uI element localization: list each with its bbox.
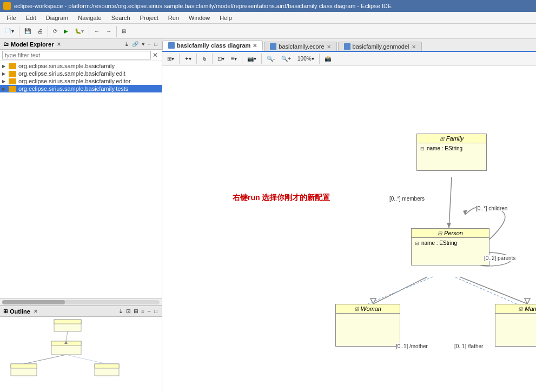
diagram-btn-2[interactable]: ✦▾ bbox=[182, 54, 194, 63]
svg-rect-1 bbox=[54, 320, 81, 324]
tab-0[interactable]: basicfamily class diagram ✕ bbox=[162, 41, 263, 51]
tab-close-1[interactable]: ✕ bbox=[327, 44, 331, 50]
search-filter-row: ✕ bbox=[0, 50, 162, 61]
diagram-btn-3[interactable]: 🖱 bbox=[199, 54, 210, 63]
diagram-btn-1[interactable]: ⊞▾ bbox=[164, 54, 177, 63]
menu-window[interactable]: Window bbox=[184, 14, 214, 22]
left-scrollbar[interactable] bbox=[0, 298, 162, 305]
menu-diagram[interactable]: Diagram bbox=[42, 14, 73, 22]
collapse-all-btn[interactable]: ⤓ bbox=[123, 41, 130, 48]
dsep1 bbox=[179, 54, 180, 64]
link-editor-btn[interactable]: 🔗 bbox=[131, 41, 140, 48]
toolbar-print[interactable]: 🖨 bbox=[35, 26, 45, 36]
right-panel: basicfamily class diagram ✕ basicfamily.… bbox=[162, 39, 536, 392]
class-person[interactable]: ⊟ Person ⊟ name : EString bbox=[411, 228, 489, 265]
model-explorer: 🗂 Model Explorer ✕ ⤓ 🔗 ▾ − □ ✕ ▶ bbox=[0, 39, 162, 305]
folder-icon-3 bbox=[9, 86, 16, 92]
tab-2[interactable]: basicfamily.genmodel ✕ bbox=[338, 42, 422, 51]
toolbar-refresh[interactable]: ⟳ bbox=[50, 26, 60, 36]
family-attr-label-0: name : EString bbox=[427, 145, 462, 151]
outline-btn5[interactable]: − bbox=[147, 308, 152, 315]
edge-label-mother: [0..1] /mother bbox=[396, 343, 428, 349]
tab-close-2[interactable]: ✕ bbox=[412, 44, 416, 50]
minimize-btn[interactable]: − bbox=[147, 41, 152, 48]
outline-panel: ⊞ Outline ✕ ⤓ ⊡ ⊞ ≡ − □ bbox=[0, 305, 162, 392]
dsep6 bbox=[319, 54, 320, 64]
expander-1: ▶ bbox=[2, 71, 9, 76]
menu-project[interactable]: Project bbox=[136, 14, 163, 22]
svg-line-13 bbox=[449, 177, 452, 228]
menu-navigate[interactable]: Navigate bbox=[74, 14, 105, 22]
menu-run[interactable]: Run bbox=[164, 14, 183, 22]
menu-file[interactable]: File bbox=[2, 14, 21, 22]
outline-icon: ⊞ bbox=[3, 308, 8, 314]
tab-label-1: basicfamily.ecore bbox=[279, 43, 324, 50]
toolbar-back[interactable]: ← bbox=[91, 26, 102, 36]
menu-help[interactable]: Help bbox=[215, 14, 236, 22]
maximize-btn[interactable]: □ bbox=[153, 41, 158, 48]
class-woman[interactable]: ⊞ Woman bbox=[335, 304, 400, 347]
left-panel: 🗂 Model Explorer ✕ ⤓ 🔗 ▾ − □ ✕ ▶ bbox=[0, 39, 162, 392]
toolbar-run[interactable]: ▶ bbox=[61, 26, 71, 36]
model-explorer-close-marker: ✕ bbox=[57, 42, 61, 47]
model-explorer-title: Model Explorer bbox=[11, 41, 54, 48]
folder-icon-1 bbox=[9, 71, 16, 77]
class-man[interactable]: ⊞ Man bbox=[495, 304, 536, 347]
menu-search[interactable]: Search bbox=[107, 14, 135, 22]
diagram-export[interactable]: 📷▾ bbox=[244, 54, 259, 63]
class-family[interactable]: ⊞ Family ⊟ name : EString bbox=[416, 134, 487, 171]
person-attr-0: ⊟ name : EString bbox=[415, 240, 486, 246]
filter-input[interactable] bbox=[2, 51, 151, 59]
svg-rect-7 bbox=[95, 364, 119, 368]
sep2 bbox=[48, 26, 48, 37]
svg-line-21 bbox=[454, 277, 517, 304]
outline-btn1[interactable]: ⤓ bbox=[117, 308, 124, 315]
view-menu-btn[interactable]: ▾ bbox=[141, 41, 145, 48]
titlebar-text: eclipse-workspace - platform:/resource/o… bbox=[14, 3, 392, 9]
menu-edit[interactable]: Edit bbox=[22, 14, 41, 22]
diagram-zoom-in[interactable]: 🔍+ bbox=[279, 54, 294, 63]
svg-line-16 bbox=[373, 277, 427, 304]
class-man-body bbox=[495, 314, 536, 346]
diagram-align[interactable]: ≡▾ bbox=[228, 54, 240, 63]
class-person-header: ⊟ Person bbox=[412, 229, 489, 238]
outline-btn6[interactable]: □ bbox=[153, 308, 158, 315]
diagram-arrange[interactable]: ⊡▾ bbox=[215, 54, 227, 63]
tab-bar: basicfamily class diagram ✕ basicfamily.… bbox=[162, 39, 536, 52]
toolbar-save[interactable]: 💾 bbox=[22, 26, 34, 36]
tree-item-2[interactable]: ▶ org.eclipse.sirius.sample.basicfamily.… bbox=[0, 77, 162, 85]
person-attr-label-0: name : EString bbox=[421, 240, 457, 246]
tab-icon-1 bbox=[270, 43, 276, 50]
diagram-zoom-pct[interactable]: 100%▾ bbox=[295, 54, 317, 63]
clear-filter-btn[interactable]: ✕ bbox=[151, 51, 160, 59]
svg-line-8 bbox=[66, 331, 68, 341]
folder-icon-2 bbox=[9, 78, 16, 84]
scroll-track bbox=[2, 300, 160, 304]
tree-label-2: org.eclipse.sirius.sample.basicfamily.ed… bbox=[18, 78, 131, 84]
tree-item-0[interactable]: ▶ org.eclipse.sirius.sample.basicfamily bbox=[0, 62, 162, 70]
diagram-camera[interactable]: 📸 bbox=[322, 54, 334, 63]
outline-btn3[interactable]: ⊞ bbox=[133, 308, 139, 315]
edge-label-children: [0..*] children bbox=[476, 205, 507, 211]
outline-actions: ⤓ ⊡ ⊞ ≡ − □ bbox=[117, 308, 158, 315]
tab-1[interactable]: basicfamily.ecore ✕ bbox=[264, 42, 336, 51]
tree-item-1[interactable]: ▶ org.eclipse.sirius.sample.basicfamily.… bbox=[0, 70, 162, 77]
svg-marker-14 bbox=[447, 223, 451, 228]
svg-line-11 bbox=[24, 355, 66, 364]
outline-btn2[interactable]: ⊡ bbox=[125, 308, 131, 315]
diagram-canvas[interactable]: 右键run 选择你刚才的新配置 bbox=[162, 66, 536, 392]
diagram-zoom-out[interactable]: 🔍- bbox=[264, 54, 277, 63]
outline-btn4[interactable]: ≡ bbox=[140, 308, 145, 315]
toolbar-forward[interactable]: → bbox=[103, 26, 114, 36]
tab-icon-2 bbox=[344, 43, 350, 50]
class-person-icon: ⊟ bbox=[438, 230, 442, 236]
dsep4 bbox=[242, 54, 242, 64]
tab-close-0[interactable]: ✕ bbox=[253, 43, 257, 49]
toolbar-new[interactable]: 📄▾ bbox=[2, 26, 17, 36]
toolbar-perspective[interactable]: ⊞ bbox=[119, 26, 129, 36]
svg-line-20 bbox=[368, 277, 433, 304]
tree-item-3[interactable]: ▶ org.eclipse.sirius.sample.basicfamily.… bbox=[0, 85, 162, 92]
model-explorer-header: 🗂 Model Explorer ✕ ⤓ 🔗 ▾ − □ bbox=[0, 39, 162, 50]
toolbar-debug[interactable]: 🐛▾ bbox=[72, 26, 87, 36]
annotation-text: 右键run 选择你刚才的新配置 bbox=[233, 193, 330, 203]
